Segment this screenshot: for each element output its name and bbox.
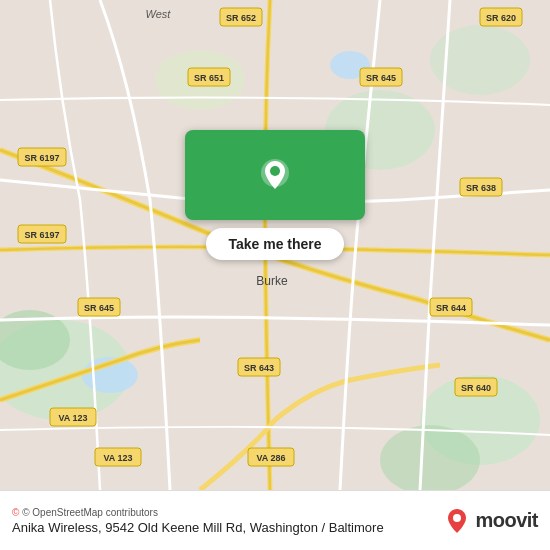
svg-text:SR 645: SR 645 bbox=[366, 73, 396, 83]
svg-text:SR 620: SR 620 bbox=[486, 13, 516, 23]
svg-point-42 bbox=[453, 514, 461, 522]
svg-point-41 bbox=[270, 166, 280, 176]
svg-text:SR 640: SR 640 bbox=[461, 383, 491, 393]
copyright: © © OpenStreetMap contributors bbox=[12, 507, 443, 518]
copyright-text: © OpenStreetMap contributors bbox=[22, 507, 158, 518]
svg-text:SR 645: SR 645 bbox=[84, 303, 114, 313]
svg-text:SR 6197: SR 6197 bbox=[24, 230, 59, 240]
svg-text:VA 123: VA 123 bbox=[58, 413, 87, 423]
green-card bbox=[185, 130, 365, 220]
svg-text:Burke: Burke bbox=[256, 274, 288, 288]
svg-text:West: West bbox=[146, 8, 172, 20]
svg-text:SR 638: SR 638 bbox=[466, 183, 496, 193]
bottom-bar: © © OpenStreetMap contributors Anika Wir… bbox=[0, 490, 550, 550]
svg-text:SR 644: SR 644 bbox=[436, 303, 466, 313]
svg-text:SR 643: SR 643 bbox=[244, 363, 274, 373]
bottom-info: © © OpenStreetMap contributors Anika Wir… bbox=[12, 507, 443, 535]
location-pin-icon bbox=[257, 157, 293, 193]
address: Anika Wireless, 9542 Old Keene Mill Rd, … bbox=[12, 520, 443, 535]
svg-text:SR 6197: SR 6197 bbox=[24, 153, 59, 163]
take-me-there-container: Take me there bbox=[185, 130, 365, 260]
svg-text:SR 652: SR 652 bbox=[226, 13, 256, 23]
moovit-logo: moovit bbox=[443, 507, 538, 535]
svg-text:VA 123: VA 123 bbox=[103, 453, 132, 463]
moovit-pin-icon bbox=[443, 507, 471, 535]
svg-text:VA 286: VA 286 bbox=[256, 453, 285, 463]
svg-text:SR 651: SR 651 bbox=[194, 73, 224, 83]
map: SR 652 SR 620 SR 651 SR 645 SR 6197 SR 6… bbox=[0, 0, 550, 490]
take-me-there-button[interactable]: Take me there bbox=[206, 228, 343, 260]
moovit-label: moovit bbox=[475, 509, 538, 532]
